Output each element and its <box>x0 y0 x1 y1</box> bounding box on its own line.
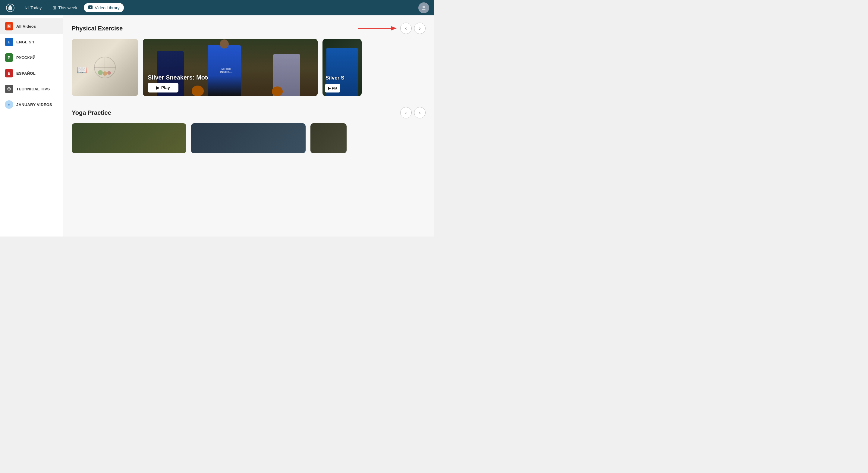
sidebar: All Videos E ENGLISH P РУССКИЙ E ESPAÑOL <box>0 15 63 236</box>
red-arrow-svg <box>358 24 397 33</box>
english-icon: E <box>5 38 13 46</box>
all-videos-label: All Videos <box>16 24 36 29</box>
yoga-next-icon: › <box>419 110 421 116</box>
arrow-annotation: ‹ › <box>358 23 426 34</box>
spanish-label: ESPAÑOL <box>16 71 36 75</box>
physical-exercise-prev-button[interactable]: ‹ <box>400 23 412 34</box>
video-card-partial[interactable]: Silver S ▶ Pla <box>322 39 362 96</box>
yoga-practice-prev-button[interactable]: ‹ <box>400 107 412 118</box>
january-label: JANUARY VIDEOS <box>16 102 52 107</box>
sidebar-item-russian[interactable]: P РУССКИЙ <box>0 50 63 65</box>
this-week-label: This week <box>58 5 77 10</box>
yoga-practice-cards <box>72 123 426 153</box>
all-videos-icon <box>5 22 13 30</box>
video-library-label: Video Library <box>95 5 119 10</box>
physical-exercise-next-button[interactable]: › <box>414 23 426 34</box>
prev-icon: ‹ <box>405 26 407 31</box>
english-label: ENGLISH <box>16 40 34 44</box>
video-library-nav-item[interactable]: Video Library <box>84 3 124 12</box>
tech-tips-icon <box>5 85 13 93</box>
today-label: Today <box>30 5 41 10</box>
yoga-prev-icon: ‹ <box>405 110 407 116</box>
video-card-motown[interactable]: METROINSTRU... Silver Sneakers: Motown 📖… <box>143 39 318 96</box>
yoga-practice-header: Yoga Practice ‹ › <box>72 107 426 118</box>
this-week-icon: ⊞ <box>53 5 56 10</box>
russian-icon: P <box>5 53 13 62</box>
sidebar-item-english[interactable]: E ENGLISH <box>0 34 63 50</box>
yoga-practice-controls: ‹ › <box>400 107 426 118</box>
yoga-card-1[interactable] <box>72 123 186 153</box>
physical-exercise-cards: 📖 <box>72 39 426 96</box>
top-navigation: ☑ Today ⊞ This week Video Library <box>0 0 434 15</box>
book-icon: 📖 <box>76 65 87 75</box>
russian-label: РУССКИЙ <box>16 56 36 60</box>
svg-point-1 <box>9 5 11 7</box>
next-icon: › <box>419 26 421 31</box>
svg-point-8 <box>8 88 10 90</box>
this-week-nav-item[interactable]: ⊞ This week <box>48 3 82 12</box>
sidebar-item-january[interactable]: ● JANUARY VIDEOS <box>0 97 63 113</box>
svg-marker-10 <box>391 26 397 30</box>
yoga-practice-section: Yoga Practice ‹ › <box>72 107 426 153</box>
yoga-card-2[interactable] <box>191 123 306 153</box>
partial-play-icon: ▶ <box>328 86 331 90</box>
sidebar-item-all-videos[interactable]: All Videos <box>0 19 63 34</box>
shelf-icon <box>93 51 117 84</box>
sidebar-item-spanish[interactable]: E ESPAÑOL <box>0 65 63 81</box>
svg-point-14 <box>98 70 103 75</box>
main-layout: All Videos E ENGLISH P РУССКИЙ E ESPAÑOL <box>0 15 434 236</box>
sidebar-item-tech-tips[interactable]: TECHNICAL TIPS <box>0 81 63 97</box>
physical-exercise-section: Physical Exercise ‹ › <box>72 23 426 96</box>
january-icon: ● <box>5 100 13 109</box>
physical-exercise-header: Physical Exercise ‹ › <box>72 23 426 34</box>
app-logo[interactable] <box>5 2 16 13</box>
svg-point-16 <box>107 71 111 75</box>
video-card-placeholder[interactable]: 📖 <box>72 39 138 96</box>
svg-point-4 <box>423 6 425 8</box>
today-nav-item[interactable]: ☑ Today <box>21 3 46 12</box>
tech-tips-label: TECHNICAL TIPS <box>16 87 50 91</box>
svg-point-15 <box>103 71 107 75</box>
partial-card-title: Silver S <box>326 75 344 81</box>
yoga-practice-title: Yoga Practice <box>72 109 111 116</box>
play-triangle-icon: ▶ <box>156 85 159 90</box>
spanish-icon: E <box>5 69 13 77</box>
physical-exercise-controls: ‹ › <box>400 23 426 34</box>
yoga-practice-next-button[interactable]: › <box>414 107 426 118</box>
video-library-icon <box>88 5 93 10</box>
motown-play-button[interactable]: ▶ Play <box>148 83 179 93</box>
today-icon: ☑ <box>25 5 29 10</box>
physical-exercise-title: Physical Exercise <box>72 25 123 32</box>
main-content: Physical Exercise ‹ › <box>63 15 434 236</box>
shirt-text: METROINSTRU... <box>213 67 240 73</box>
partial-play-button[interactable]: ▶ Pla <box>325 84 340 93</box>
yoga-card-partial[interactable] <box>310 123 347 153</box>
user-avatar[interactable] <box>418 2 429 13</box>
